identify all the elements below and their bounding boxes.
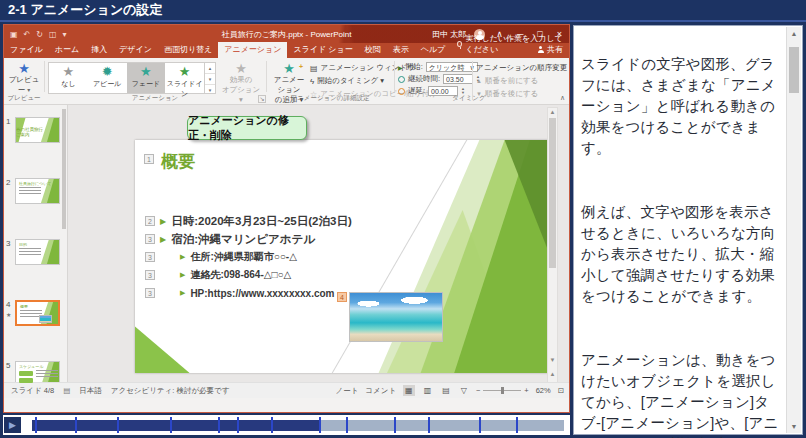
command-label: 開始のタイミング ▾ (317, 76, 384, 86)
animation-order-tag[interactable]: 3 (145, 252, 155, 262)
language-indicator[interactable]: 日本語 (79, 386, 102, 396)
animation-order-tag[interactable]: 3 (145, 270, 155, 280)
mini-beach-image (39, 315, 52, 323)
slide-scrollbar[interactable]: ▲ ▼ ▲ ▼ (547, 107, 558, 396)
bullet-row[interactable]: 3 ▶ HP:https://www.xxxxxxxx.com (145, 284, 352, 302)
command-icon: ϟ (310, 77, 314, 86)
view-reading-button[interactable]: ▤ (440, 385, 452, 396)
tab-review[interactable]: 校閲 (359, 42, 387, 58)
tab-design[interactable]: デザイン (113, 42, 158, 58)
slide[interactable]: 1 概要 2 ▶ 日時:2020年3月23日~25日(2泊3日) 3 ▶ 宿泊:… (135, 140, 555, 373)
page: 2-1 アニメーションの設定 ▣↶↻◫▾ 社員旅行のご案内.pptx - Pow… (0, 0, 806, 438)
bullet-marker-icon: ▶ (180, 289, 185, 297)
animation-order-tag[interactable]: 2 (145, 216, 155, 226)
duration-input[interactable]: 03.50 (443, 74, 473, 84)
slide-miniature: 春の社員旅行ご案内 (15, 117, 60, 143)
scroll-up-icon[interactable]: ▲ (548, 109, 557, 115)
move-earlier-button[interactable]: ▲ 順番を前にする (476, 76, 567, 86)
player-tick (271, 417, 273, 433)
zoom-knob[interactable] (501, 387, 504, 394)
zoom-slider[interactable]: − + (476, 386, 529, 395)
bullet-marker-icon: ▶ (160, 235, 166, 244)
bullet-marker-icon: ▶ (160, 217, 166, 226)
reorder-header: アニメーションの順序変更 (476, 63, 567, 73)
slide-number: 3 (6, 239, 10, 248)
scroll-down-icon[interactable]: ▼ (548, 357, 557, 363)
animation-order-tag-selected[interactable]: 4 (337, 292, 347, 302)
command-icon: ▤ (310, 64, 318, 73)
scrollbar-thumb[interactable] (789, 47, 799, 93)
share-button[interactable]: 共有 (537, 44, 563, 55)
bullet-row[interactable]: 3 ▶ 連絡先:098-864-△□○△ (145, 266, 352, 284)
group-label-preview: プレビュー (4, 94, 44, 103)
reorder-label: 順番を前にする (485, 76, 538, 86)
tab-file[interactable]: ファイル (4, 42, 49, 58)
duration-clock-icon (398, 76, 405, 83)
zoom-in-button[interactable]: + (524, 386, 528, 395)
play-button[interactable]: ▶ (4, 417, 21, 433)
anim-appeal[interactable]: ✹ アピール (88, 63, 127, 93)
slide-thumbnail-2[interactable]: 2 ★ 社員旅行について (4, 178, 67, 239)
group-label-timing: タイミング (394, 94, 544, 103)
gallery-scroll-up[interactable]: ▴ (205, 63, 215, 73)
zoom-out-button[interactable]: − (476, 386, 480, 395)
tab-insert[interactable]: 挿入 (85, 42, 113, 58)
bullet-text: 住所:沖縄県那覇市○○-△ (190, 250, 296, 264)
mini-text-lines (19, 187, 41, 196)
tab-transitions[interactable]: 画面切り替え (158, 42, 218, 58)
accessibility-status[interactable]: アクセシビリティ: 検討が必要です (111, 386, 230, 396)
animation-style-label: フェード (132, 80, 161, 87)
scrollbar-thumb[interactable] (549, 118, 556, 268)
preview-button[interactable]: ★ プレビュー ▾ (8, 62, 40, 95)
slide-thumbnail-1[interactable]: 1 ★ 春の社員旅行ご案内 (4, 117, 67, 178)
tab-animations[interactable]: アニメーション (218, 42, 287, 58)
beach-photo[interactable] (349, 292, 443, 342)
notes-button[interactable]: ノート (336, 386, 359, 396)
slide-thumbnail-panel: 1 ★ 春の社員旅行ご案内 2 ★ 社員旅行について (4, 105, 68, 398)
start-select[interactable]: クリック時 ∨ (426, 62, 478, 72)
tab-help[interactable]: ヘルプ (415, 42, 452, 58)
tab-home[interactable]: ホーム (49, 42, 85, 58)
tab-view[interactable]: 表示 (387, 42, 415, 58)
player-tick (319, 417, 321, 433)
mini-slide-title: 社員旅行について (19, 181, 51, 186)
previous-slide-button[interactable]: ▲ (548, 371, 557, 377)
comments-button[interactable]: コメント (365, 386, 396, 396)
view-sorter-button[interactable]: ▥ (422, 385, 434, 396)
view-normal-button[interactable]: ▦ (403, 385, 415, 396)
mini-slide-title: 概要 (20, 304, 28, 309)
slide-title[interactable]: 概要 (161, 154, 195, 170)
description-paragraph: 例えば、文字や図形を表示させるときに、いろいろな方向から表示させたり、拡大・縮小… (581, 202, 779, 307)
animation-style-icon: ★ (165, 65, 204, 79)
animation-style-label: アピール (93, 80, 122, 87)
bullet-row[interactable]: 2 ▶ 日時:2020年3月23日~25日(2泊3日) (145, 212, 352, 230)
scroll-up-icon[interactable]: ▲ (787, 30, 801, 37)
animation-order-tag[interactable]: 3 (145, 288, 155, 298)
slide-thumbnail-3[interactable]: 3 ★ 目的 (4, 239, 67, 300)
gallery-scroll-down[interactable]: ▾ (205, 73, 215, 84)
scroll-down-icon[interactable]: ▼ (787, 423, 801, 430)
powerpoint-window: ▣↶↻◫▾ 社員旅行のご案内.pptx - PowerPoint 田中 太郎 ∧… (3, 24, 570, 413)
bullet-text: 宿泊:沖縄マリンピアホテル (171, 232, 315, 247)
collapse-ribbon-button[interactable]: ∧ (560, 94, 565, 102)
panel-scrollbar[interactable]: ▲ ▼ (786, 27, 801, 433)
add-animation-icon: ★ (270, 62, 308, 75)
anim-slidein[interactable]: ★ スライドイン (165, 63, 204, 93)
anim-fade[interactable]: ★ フェード (127, 63, 166, 93)
animation-style-icon: ★ (127, 65, 166, 79)
anim-none[interactable]: ★ なし (49, 63, 88, 93)
zoom-level[interactable]: 62% (536, 386, 551, 395)
animation-order-tag[interactable]: 3 (145, 234, 155, 244)
player-track[interactable] (32, 420, 564, 431)
thumbnail-scrollbar[interactable] (61, 105, 67, 398)
tab-slideshow[interactable]: スライド ショー (287, 42, 358, 58)
view-slideshow-button[interactable]: ▽ (459, 385, 469, 396)
chevron-down-icon: ▾ (27, 87, 30, 93)
slide-thumbnail-4[interactable]: 4 ★ 概要 (4, 300, 67, 361)
description-paragraph: アニメーションは、動きをつけたいオブジェクトを選択してから、[アニメーション]タ… (581, 350, 779, 438)
fit-to-window-button[interactable]: ⊡ (558, 386, 564, 395)
bullet-row[interactable]: 3 ▶ 住所:沖縄県那覇市○○-△ (145, 248, 352, 266)
animation-order-tag[interactable]: 1 (144, 154, 154, 164)
zoom-track[interactable] (483, 390, 521, 391)
bullet-row[interactable]: 3 ▶ 宿泊:沖縄マリンピアホテル (145, 230, 352, 248)
